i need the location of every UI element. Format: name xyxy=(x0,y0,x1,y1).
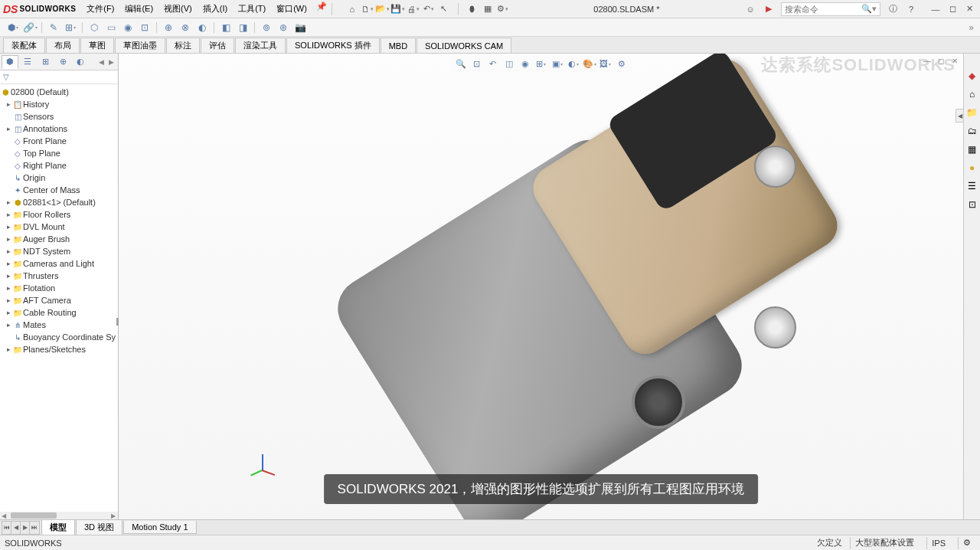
qt-tool10-icon[interactable]: ⊚ xyxy=(260,21,273,34)
toolbar-overflow-icon[interactable]: » xyxy=(969,22,974,33)
config-tab-icon[interactable]: ⊞ xyxy=(37,55,54,69)
rebuild-icon[interactable]: ⬮ xyxy=(466,3,479,15)
scrollbar-thumb[interactable] xyxy=(11,512,57,519)
tab-prev-icon[interactable]: ◀ xyxy=(11,522,21,534)
tree-item[interactable]: ▸📁Floor Rollers xyxy=(0,208,118,221)
tree-item[interactable]: ▸◫Annotations xyxy=(0,123,118,135)
tab-annotate[interactable]: 标注 xyxy=(166,38,200,53)
print-icon[interactable]: 🖨 xyxy=(407,3,420,15)
status-large-assembly[interactable]: 大型装配体设置 xyxy=(850,537,919,549)
tree-item[interactable]: ◫Sensors xyxy=(0,110,118,123)
qt-assembly-icon[interactable]: ⬢ xyxy=(6,21,20,34)
minimize-button[interactable]: — xyxy=(928,2,943,16)
apply-scene-icon[interactable]: 🖼 xyxy=(599,57,612,70)
tree-expand-icon[interactable]: ▸ xyxy=(5,260,12,267)
tree-item[interactable]: ▸⬢02881<1> (Default) xyxy=(0,196,118,208)
tp-view-palette-icon[interactable]: ▦ xyxy=(965,142,979,156)
tree-item[interactable]: ▸📁NDT System xyxy=(0,245,118,257)
tab-evaluate[interactable]: 评估 xyxy=(201,38,234,53)
question-icon[interactable]: ? xyxy=(905,3,917,15)
tree-item[interactable]: ▸📁AFT Camera xyxy=(0,294,118,306)
tree-item[interactable]: ↳Buoyancy Coordinate Sy xyxy=(0,331,118,343)
qt-tool5-icon[interactable]: ⊕ xyxy=(162,21,175,34)
menu-view[interactable]: 视图(V) xyxy=(159,2,197,16)
search-icon[interactable]: 🔍▾ xyxy=(858,4,880,14)
tab-addins[interactable]: SOLIDWORKS 插件 xyxy=(286,38,380,53)
feature-tree[interactable]: ⬢ 02800 (Default) ▸📋History◫Sensors▸◫Ann… xyxy=(0,84,118,512)
menu-window[interactable]: 窗口(W) xyxy=(272,2,312,16)
tp-design-library-icon[interactable]: 📁 xyxy=(965,106,979,119)
home-icon[interactable]: ⌂ xyxy=(346,3,358,15)
tree-root[interactable]: ⬢ 02800 (Default) xyxy=(0,86,118,98)
tp-appearances-icon[interactable]: ● xyxy=(965,161,979,175)
tree-expand-icon[interactable]: ▸ xyxy=(5,321,12,329)
tree-item[interactable]: ◇Right Plane xyxy=(0,159,118,172)
qt-tool7-icon[interactable]: ◐ xyxy=(195,21,209,34)
qt-tool12-icon[interactable]: 📷 xyxy=(293,21,307,34)
view-orient-icon[interactable]: ⊞ xyxy=(534,57,548,70)
vp-max-icon[interactable]: ◻ xyxy=(936,55,946,66)
flag-icon[interactable]: ▶ xyxy=(763,3,775,15)
qt-tool9-icon[interactable]: ◨ xyxy=(236,21,250,34)
tp-home-icon[interactable]: ⌂ xyxy=(965,87,979,101)
tab-motion-study[interactable]: Motion Study 1 xyxy=(123,521,196,534)
tab-assembly[interactable]: 装配体 xyxy=(3,38,45,53)
tree-h-scrollbar[interactable]: ◀ ▶ xyxy=(0,512,118,519)
orientation-triad[interactable] xyxy=(249,454,279,485)
view-settings-icon[interactable]: ⚙ xyxy=(615,57,629,70)
display-style-icon[interactable]: ▣ xyxy=(550,57,564,70)
prev-view-icon[interactable]: ↶ xyxy=(486,57,500,70)
tp-forums-icon[interactable]: ⊡ xyxy=(965,198,979,211)
tab-next-icon[interactable]: ▶ xyxy=(21,522,30,534)
panel-prev-icon[interactable]: ◀ xyxy=(96,58,106,66)
tab-sketch[interactable]: 草图 xyxy=(80,38,114,53)
hide-show-icon[interactable]: ◐ xyxy=(567,57,580,70)
tab-last-icon[interactable]: ⏭ xyxy=(30,522,39,534)
menu-file[interactable]: 文件(F) xyxy=(82,2,119,16)
qt-tool1-icon[interactable]: ⬡ xyxy=(87,21,101,34)
help-icon[interactable]: ⓘ xyxy=(887,3,899,15)
save-icon[interactable]: 💾 xyxy=(392,3,404,15)
taskpane-expand-icon[interactable]: ◀ xyxy=(956,109,963,123)
tree-expand-icon[interactable]: ▸ xyxy=(5,345,12,353)
tree-expand-icon[interactable]: ▸ xyxy=(5,235,12,243)
tree-item[interactable]: ▸⋔Mates xyxy=(0,319,118,331)
new-icon[interactable]: 🗋 xyxy=(361,3,374,15)
menu-tools[interactable]: 工具(T) xyxy=(234,2,270,16)
qt-edit-icon[interactable]: ✎ xyxy=(47,21,60,34)
tree-item[interactable]: ▸📁Auger Brush xyxy=(0,233,118,245)
vp-close-icon[interactable]: ✕ xyxy=(949,55,960,66)
tab-layout[interactable]: 布局 xyxy=(46,38,80,53)
menu-insert[interactable]: 插入(I) xyxy=(198,2,232,16)
graphics-viewport[interactable]: 达索系统SOLIDWORKS — ◻ ✕ 🔍 ⊡ ↶ ◫ ◉ ⊞ ▣ ◐ 🎨 🖼… xyxy=(119,54,963,519)
tab-cam[interactable]: SOLIDWORKS CAM xyxy=(416,38,511,53)
qt-pattern-icon[interactable]: ⊞ xyxy=(64,21,77,34)
tab-sketch-ink[interactable]: 草图油墨 xyxy=(115,38,165,53)
dim-tab-icon[interactable]: ⊕ xyxy=(54,55,71,69)
tree-expand-icon[interactable]: ▸ xyxy=(5,309,12,316)
status-units[interactable]: IPS xyxy=(926,537,950,549)
tree-expand-icon[interactable]: ▸ xyxy=(5,223,12,231)
qt-tool2-icon[interactable]: ▭ xyxy=(104,21,118,34)
tree-expand-icon[interactable]: ▸ xyxy=(5,211,12,218)
tree-expand-icon[interactable]: ▸ xyxy=(5,247,12,255)
maximize-button[interactable]: ◻ xyxy=(945,2,960,16)
undo-icon[interactable]: ↶ xyxy=(423,3,435,15)
pin-icon[interactable]: 📌 xyxy=(316,2,327,16)
tab-mbd[interactable]: MBD xyxy=(381,38,416,53)
select-icon[interactable]: ↖ xyxy=(438,3,450,15)
search-input[interactable] xyxy=(782,5,858,14)
tree-item[interactable]: ▸📋History xyxy=(0,98,118,110)
tp-custom-props-icon[interactable]: ☰ xyxy=(965,179,979,193)
section-icon[interactable]: ◫ xyxy=(502,57,516,70)
tree-expand-icon[interactable]: ▸ xyxy=(5,296,12,304)
tree-expand-icon[interactable]: ▸ xyxy=(5,284,12,292)
qt-tool6-icon[interactable]: ⊗ xyxy=(178,21,192,34)
close-button[interactable]: ✕ xyxy=(962,2,977,16)
qt-tool11-icon[interactable]: ⊛ xyxy=(276,21,290,34)
smiley-icon[interactable]: ☺ xyxy=(744,3,756,15)
tree-item[interactable]: ◇Front Plane xyxy=(0,135,118,147)
status-gear-icon[interactable]: ⚙ xyxy=(958,537,975,549)
tree-item[interactable]: ▸📁Planes/Sketches xyxy=(0,343,118,355)
property-tab-icon[interactable]: ☰ xyxy=(19,55,36,69)
